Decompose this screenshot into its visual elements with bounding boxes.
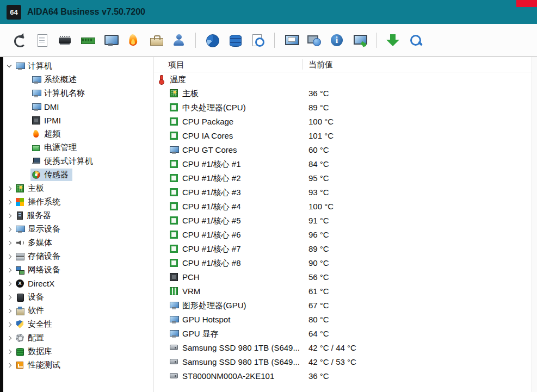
- sensor-row[interactable]: GPU 显存 64 °C: [154, 327, 537, 341]
- sidebar-item-display-devices[interactable]: 显示设备: [3, 222, 153, 236]
- sidebar-item-dmi[interactable]: DMI: [3, 100, 153, 114]
- sidebar-item-portable-computer[interactable]: 便携式计算机: [3, 154, 153, 168]
- sensor-row[interactable]: VRM 61 °C: [154, 284, 537, 298]
- toolbar-search-button[interactable]: [404, 28, 427, 52]
- sidebar-item-security[interactable]: 安全性: [3, 318, 153, 331]
- sensor-label: CPU #1/核心 #6: [182, 230, 241, 240]
- sidebar-item-server[interactable]: 服务器: [3, 209, 153, 222]
- chevron-icon[interactable]: [5, 252, 14, 261]
- toolbar-memory-button[interactable]: [76, 28, 99, 52]
- column-header-item[interactable]: 项目: [168, 60, 184, 70]
- sidebar-item-power-management[interactable]: 电源管理: [3, 141, 153, 154]
- sidebar-item-motherboard[interactable]: 主板: [3, 182, 153, 195]
- sensor-row[interactable]: Samsung SSD 980 1TB (S649... 42 °C / 53 …: [154, 355, 537, 369]
- sensor-row[interactable]: CPU Package 100 °C: [154, 115, 537, 129]
- sidebar-item-operating-system[interactable]: 操作系统: [3, 195, 153, 209]
- toolbar-refresh-button[interactable]: [8, 28, 30, 52]
- sidebar-item-label: 网络设备: [28, 265, 60, 275]
- sensor-row[interactable]: PCH 56 °C: [154, 270, 537, 284]
- chevron-icon[interactable]: [5, 198, 14, 207]
- chevron-icon[interactable]: [5, 334, 14, 343]
- chip-icon: [32, 116, 40, 125]
- sensor-row[interactable]: CPU #1/核心 #6 96 °C: [154, 228, 537, 242]
- sensor-value: 42 °C / 44 °C: [308, 343, 356, 352]
- sensor-row[interactable]: GPU Hotspot 80 °C: [154, 313, 537, 327]
- sidebar-item-network-devices[interactable]: 网络设备: [3, 263, 153, 277]
- sidebar-item-computer[interactable]: 计算机: [3, 59, 153, 73]
- sidebar-item-computer-name[interactable]: 计算机名称: [3, 86, 153, 100]
- chevron-icon[interactable]: [5, 361, 14, 370]
- toolbar-users-button[interactable]: [168, 28, 190, 52]
- toolbar-remote-monitor-button[interactable]: [280, 28, 303, 52]
- sidebar-item-ipmi[interactable]: IPMI: [3, 114, 153, 127]
- sensor-row[interactable]: CPU #1/核心 #1 84 °C: [154, 157, 537, 171]
- toolbar-scheduled-report-button[interactable]: [246, 28, 269, 52]
- chip-icon: [170, 273, 178, 281]
- chevron-icon[interactable]: [5, 211, 14, 220]
- sensor-row[interactable]: 图形处理器(GPU) 67 °C: [154, 298, 537, 313]
- column-header-value[interactable]: 当前值: [308, 60, 333, 70]
- sensor-value: 91 °C: [308, 216, 329, 225]
- chevron-icon[interactable]: [5, 239, 14, 247]
- toolbar-disk-button[interactable]: [201, 28, 224, 52]
- sensor-row[interactable]: CPU #1/核心 #4 100 °C: [154, 200, 537, 214]
- titlebar[interactable]: 64 AIDA64 Business v7.50.7200: [0, 0, 537, 24]
- sidebar-item-directx[interactable]: DirectX: [3, 277, 153, 290]
- sensor-row[interactable]: CPU IA Cores 101 °C: [154, 129, 537, 143]
- sensor-row[interactable]: CPU #1/核心 #5 91 °C: [154, 214, 537, 228]
- toolbar-display-button[interactable]: [99, 28, 122, 52]
- toolbar-info-button[interactable]: [325, 28, 348, 52]
- sidebar-item-overclock[interactable]: 超频: [3, 127, 153, 141]
- power-icon: [32, 144, 40, 152]
- sidebar-item-storage-devices[interactable]: 存储设备: [3, 250, 153, 263]
- sidebar-item-system-overview[interactable]: 系统概述: [3, 73, 153, 86]
- sensor-row[interactable]: CPU #1/核心 #8 90 °C: [154, 256, 537, 270]
- toolbar-web-button[interactable]: [303, 28, 325, 52]
- chevron-icon[interactable]: [5, 225, 14, 234]
- search-icon: [409, 33, 423, 47]
- chevron-icon[interactable]: [5, 279, 14, 288]
- sensor-row[interactable]: CPU #1/核心 #7 89 °C: [154, 242, 537, 256]
- sidebar-item-software[interactable]: 软件: [3, 304, 153, 318]
- toolbar-overclock-button[interactable]: [122, 28, 145, 52]
- sidebar-item-config[interactable]: 配置: [3, 331, 153, 345]
- sensor-label: 主板: [182, 89, 199, 99]
- chevron-icon[interactable]: [5, 266, 14, 275]
- toolbar-database-button[interactable]: [224, 28, 246, 52]
- sidebar-item-label: 存储设备: [28, 251, 60, 262]
- close-button[interactable]: [516, 0, 537, 7]
- chevron-icon[interactable]: [5, 184, 14, 193]
- chevron-icon[interactable]: [5, 347, 14, 356]
- sidebar-item-database[interactable]: 数据库: [3, 345, 153, 358]
- sensor-label: CPU #1/核心 #4: [182, 202, 241, 212]
- toolbar-toolbox-button[interactable]: [145, 28, 168, 52]
- sidebar-item-devices[interactable]: 设备: [3, 290, 153, 304]
- toolbar-chipset-button[interactable]: [53, 28, 76, 52]
- scrollbar[interactable]: [532, 57, 537, 392]
- chevron-icon[interactable]: [5, 62, 14, 71]
- sensor-row[interactable]: 主板 36 °C: [154, 86, 537, 101]
- sidebar-item-sensors[interactable]: 传感器: [3, 168, 153, 182]
- sensor-row[interactable]: ST8000NM000A-2KE101 36 °C: [154, 369, 537, 383]
- toolbar-remote-control-button[interactable]: [348, 28, 371, 52]
- sensor-label: CPU #1/核心 #1: [182, 159, 241, 170]
- sensor-value: 60 °C: [308, 145, 329, 154]
- sensor-row[interactable]: 中央处理器(CPU) 89 °C: [154, 101, 537, 115]
- sidebar-item-label: 传感器: [44, 170, 69, 180]
- sensor-value: 101 °C: [308, 131, 334, 140]
- toolbar-report-button[interactable]: [30, 28, 53, 52]
- sensor-row[interactable]: CPU #1/核心 #3 93 °C: [154, 185, 537, 200]
- web-globe-icon: [307, 33, 321, 47]
- sensor-row[interactable]: CPU GT Cores 60 °C: [154, 143, 537, 157]
- sidebar-item-label: 服务器: [27, 210, 51, 221]
- sensor-row[interactable]: 温度: [154, 72, 537, 86]
- chevron-icon[interactable]: [5, 320, 14, 329]
- sidebar-item-multimedia[interactable]: 多媒体: [3, 236, 153, 250]
- sensor-label: Samsung SSD 980 1TB (S649...: [182, 343, 300, 352]
- sensor-row[interactable]: CPU #1/核心 #2 95 °C: [154, 171, 537, 185]
- toolbar-update-button[interactable]: [381, 28, 404, 52]
- sidebar-item-benchmark[interactable]: 性能测试: [3, 358, 153, 372]
- chevron-icon[interactable]: [5, 307, 14, 315]
- chevron-icon[interactable]: [5, 293, 14, 302]
- sensor-row[interactable]: Samsung SSD 980 1TB (S649... 42 °C / 44 …: [154, 341, 537, 355]
